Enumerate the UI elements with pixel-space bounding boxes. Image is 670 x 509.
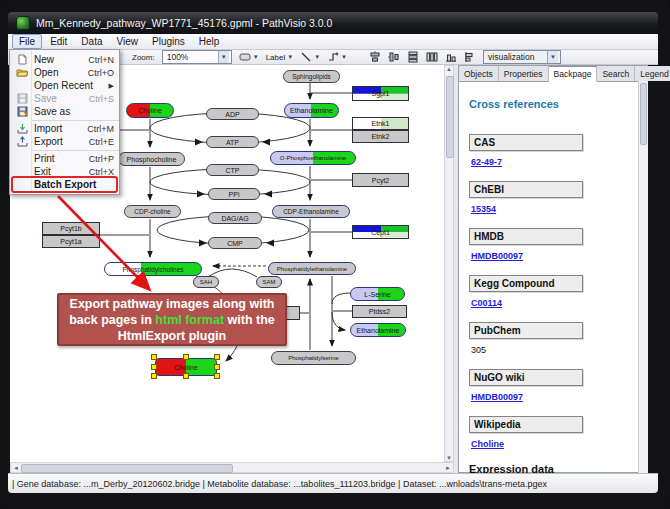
xref-title: Kegg Compound	[469, 275, 583, 292]
node-atp[interactable]: ATP	[206, 136, 259, 148]
node-choline-top[interactable]: Choline	[126, 103, 174, 118]
menu-item-batch-export[interactable]: Batch Export	[10, 178, 119, 191]
menu-item-export[interactable]: Export Ctrl+E	[10, 135, 119, 148]
gene-box-etnk1[interactable]: Etnk1	[352, 117, 409, 130]
node-sphingolipids[interactable]: Sphingolipids	[283, 70, 340, 83]
tab-legend[interactable]: Legend	[635, 66, 670, 81]
datanode-tool-button[interactable]: ▼	[239, 51, 259, 63]
gene-box-ptdss2[interactable]: Ptdss2	[352, 305, 407, 318]
canvas-horizontal-scrollbar[interactable]: ◄►	[10, 462, 454, 473]
menu-item-save[interactable]: Save Ctrl+S	[10, 92, 119, 105]
menu-item-open-recent[interactable]: Open Recent ▶	[10, 79, 119, 92]
node-dag[interactable]: DAG/AG	[208, 212, 262, 224]
menu-item-print[interactable]: Print Ctrl+P	[10, 152, 119, 165]
selection-handle[interactable]	[214, 364, 220, 370]
label-tool-button[interactable]: Label ▼	[266, 53, 294, 62]
line-tool-button[interactable]: ▼	[300, 51, 320, 63]
tab-properties[interactable]: Properties	[499, 66, 549, 81]
scroll-down-icon[interactable]: ▼	[446, 455, 452, 461]
menu-view[interactable]: View	[110, 35, 144, 48]
panel-vertical-scrollbar[interactable]	[638, 81, 648, 474]
menu-item-label: Open	[31, 67, 88, 78]
scroll-left-icon[interactable]: ◄	[13, 465, 19, 471]
zoom-combobox[interactable]: 100% ▼	[162, 50, 232, 64]
xref-title: PubChem	[469, 322, 583, 339]
node-o-phosphoethanolamine[interactable]: O-Phosphoethanolamine	[270, 151, 356, 165]
xref-title: HMDB	[469, 228, 583, 245]
node-ethanolamine-top[interactable]: Ethanolamine	[284, 103, 339, 118]
selection-handle[interactable]	[151, 364, 157, 370]
file-menu-dropdown: New Ctrl+N Open Ctrl+O Open Recent ▶ Sav…	[9, 49, 120, 195]
selection-handle[interactable]	[183, 354, 189, 360]
node-cdp-choline[interactable]: CDP-choline	[124, 205, 181, 218]
node-cdp-ethanolamine[interactable]: CDP-Ethanolamine	[272, 205, 350, 218]
selection-handle[interactable]	[214, 373, 220, 379]
chevron-down-icon[interactable]: ▼	[547, 51, 558, 63]
node-phosphocholine[interactable]: Phosphocholine	[118, 152, 185, 166]
menu-item-exit[interactable]: Exit Ctrl+X	[10, 165, 119, 178]
title-bar[interactable]: Mm_Kennedy_pathway_WP1771_45176.gpml - P…	[8, 12, 658, 34]
canvas-vertical-scrollbar[interactable]: ▲▼	[444, 65, 454, 462]
xref-link[interactable]: Choline	[471, 439, 504, 449]
gene-box-cept1[interactable]: Cept1	[352, 225, 409, 239]
align-bottom-icon[interactable]	[445, 51, 457, 63]
gene-box-pcyt2[interactable]: Pcyt2	[352, 173, 409, 187]
menu-item-save-as[interactable]: Save as	[10, 105, 119, 118]
node-l-serine[interactable]: L-Serine	[350, 287, 405, 301]
connector-icon	[327, 51, 339, 63]
gene-box-pcyt1a[interactable]: Pcyt1a	[42, 235, 100, 248]
gene-box-sgpl1[interactable]: Sgpl1	[352, 86, 409, 101]
node-adp[interactable]: ADP	[206, 108, 259, 120]
node-sam[interactable]: SAM	[256, 276, 282, 288]
align-middle-icon[interactable]	[388, 51, 400, 63]
scroll-right-icon[interactable]: ►	[445, 465, 451, 471]
menu-item-open[interactable]: Open Ctrl+O	[10, 66, 119, 79]
selection-handle[interactable]	[151, 373, 157, 379]
menu-plugins[interactable]: Plugins	[146, 35, 191, 48]
menu-data[interactable]: Data	[75, 35, 108, 48]
align-left-icon[interactable]	[464, 51, 476, 63]
align-center-icon[interactable]	[369, 51, 381, 63]
menu-edit[interactable]: Edit	[44, 35, 73, 48]
visualization-combobox[interactable]: visualization ▼	[483, 50, 561, 64]
node-ctp[interactable]: CTP	[206, 164, 259, 176]
node-phosphatidylserine[interactable]: Phosphatidylserine	[271, 351, 356, 365]
stack-vertical-icon[interactable]	[407, 51, 419, 63]
scroll-up-icon[interactable]: ▲	[446, 66, 452, 72]
node-sah[interactable]: SAH	[193, 276, 219, 288]
xref-link[interactable]: 15354	[471, 204, 496, 214]
connector-tool-button[interactable]: ▼	[327, 51, 347, 63]
node-ethanolamine-bottom[interactable]: Ethanolamine	[350, 323, 406, 337]
selection-handle[interactable]	[214, 354, 220, 360]
chevron-down-icon[interactable]: ▼	[218, 51, 229, 63]
gene-box-pcyt1b[interactable]: Pcyt1b	[42, 222, 100, 235]
line-icon	[300, 51, 312, 63]
xref-link[interactable]: C00114	[471, 298, 502, 308]
scrollbar-thumb[interactable]	[640, 83, 647, 145]
menu-bar: File Edit Data View Plugins Help	[8, 34, 658, 50]
tab-search[interactable]: Search	[597, 66, 635, 81]
gene-box-etnk2[interactable]: Etnk2	[352, 130, 409, 143]
menu-help[interactable]: Help	[193, 35, 226, 48]
xref-link[interactable]: HMDB00097	[471, 251, 523, 261]
export-icon	[13, 136, 31, 147]
selection-handle[interactable]	[151, 354, 157, 360]
selection-handle[interactable]	[183, 373, 189, 379]
stack-horizontal-icon[interactable]	[426, 51, 438, 63]
scrollbar-thumb[interactable]	[446, 76, 454, 158]
save-icon	[13, 93, 31, 104]
menu-item-import[interactable]: Import Ctrl+M	[10, 122, 119, 135]
tab-backpage[interactable]: Backpage	[549, 66, 598, 82]
node-cmp[interactable]: CMP	[208, 237, 262, 249]
node-phosphatidylethanolamine[interactable]: Phosphatidylethanolamine	[268, 262, 356, 275]
xref-link[interactable]: HMDB00097	[471, 392, 523, 402]
app-icon	[16, 16, 30, 30]
node-ppi[interactable]: PPi	[208, 188, 260, 200]
menu-file[interactable]: File	[12, 34, 42, 49]
node-phosphatidylcholines[interactable]: Phosphatidylcholines	[104, 262, 202, 276]
xref-link[interactable]: 62-49-7	[471, 157, 502, 167]
scrollbar-thumb[interactable]	[21, 464, 233, 473]
menu-item-label: Open Recent	[31, 80, 109, 91]
menu-item-new[interactable]: New Ctrl+N	[10, 53, 119, 66]
tab-objects[interactable]: Objects	[459, 66, 499, 81]
